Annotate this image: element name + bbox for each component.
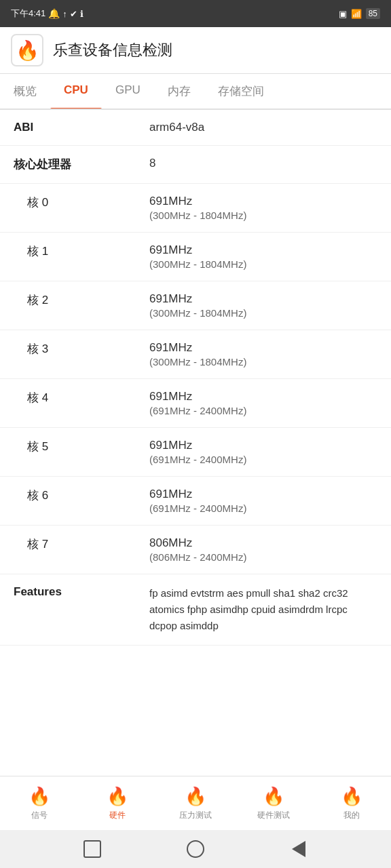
status-bar: 下午4:41 🔔 ↑ ✔ ℹ ▣ 📶 85 bbox=[0, 0, 391, 27]
app-header: 🔥 乐查设备信息检测 bbox=[0, 27, 391, 74]
nav-signal[interactable]: 🔥 信号 bbox=[0, 776, 78, 830]
tab-bar: 概览 CPU GPU 内存 存储空间 bbox=[0, 74, 391, 110]
label-core-2: 核 2 bbox=[14, 292, 149, 308]
hwtest-nav-icon: 🔥 bbox=[263, 786, 284, 807]
signal-icon: 🔔 bbox=[48, 8, 60, 19]
row-core-1: 核 1 691MHz (300MHz - 1804MHz) bbox=[0, 233, 391, 281]
tab-cpu[interactable]: CPU bbox=[50, 74, 102, 108]
app-icon: 🔥 bbox=[11, 34, 43, 66]
label-core-count: 核心处理器 bbox=[14, 157, 149, 172]
nav-hardware-label: 硬件 bbox=[109, 810, 126, 821]
label-core-0: 核 0 bbox=[14, 195, 149, 210]
nav-hwtest-label: 硬件测试 bbox=[257, 810, 290, 821]
nav-mine[interactable]: 🔥 我的 bbox=[313, 776, 391, 830]
tab-gpu[interactable]: GPU bbox=[102, 74, 154, 108]
value-core-0: 691MHz (300MHz - 1804MHz) bbox=[149, 195, 377, 221]
battery-icon: 85 bbox=[366, 8, 380, 19]
label-core-3: 核 3 bbox=[14, 341, 149, 357]
row-abi: ABI arm64-v8a bbox=[0, 110, 391, 146]
hardware-nav-icon: 🔥 bbox=[107, 786, 128, 807]
upload-icon: ↑ bbox=[62, 9, 67, 19]
value-core-4: 691MHz (691MHz - 2400MHz) bbox=[149, 390, 377, 416]
value-core-6: 691MHz (691MHz - 2400MHz) bbox=[149, 488, 377, 514]
tab-memory[interactable]: 内存 bbox=[154, 74, 204, 108]
value-core-5: 691MHz (691MHz - 2400MHz) bbox=[149, 439, 377, 465]
row-core-2: 核 2 691MHz (300MHz - 1804MHz) bbox=[0, 281, 391, 330]
nav-stress-label: 压力测试 bbox=[179, 810, 212, 821]
row-core-0: 核 0 691MHz (300MHz - 1804MHz) bbox=[0, 184, 391, 233]
bottom-nav: 🔥 信号 🔥 硬件 🔥 压力测试 🔥 硬件测试 🔥 我的 bbox=[0, 776, 391, 830]
home-bar bbox=[0, 830, 391, 868]
row-core-7: 核 7 806MHz (806MHz - 2400MHz) bbox=[0, 526, 391, 574]
row-core-5: 核 5 691MHz (691MHz - 2400MHz) bbox=[0, 428, 391, 477]
label-core-4: 核 4 bbox=[14, 390, 149, 406]
row-core-3: 核 3 691MHz (300MHz - 1804MHz) bbox=[0, 330, 391, 379]
value-core-7: 806MHz (806MHz - 2400MHz) bbox=[149, 536, 377, 563]
row-core-4: 核 4 691MHz (691MHz - 2400MHz) bbox=[0, 379, 391, 428]
label-core-7: 核 7 bbox=[14, 536, 149, 552]
label-abi: ABI bbox=[14, 121, 149, 134]
nav-stress[interactable]: 🔥 压力测试 bbox=[156, 776, 234, 830]
label-core-1: 核 1 bbox=[14, 243, 149, 259]
label-core-5: 核 5 bbox=[14, 439, 149, 454]
cpu-content: ABI arm64-v8a 核心处理器 8 核 0 691MHz (300MHz… bbox=[0, 110, 391, 776]
row-core-6: 核 6 691MHz (691MHz - 2400MHz) bbox=[0, 477, 391, 526]
app-logo-icon: 🔥 bbox=[16, 39, 39, 62]
signal-nav-icon: 🔥 bbox=[29, 786, 50, 807]
value-core-count: 8 bbox=[149, 157, 377, 170]
value-core-1: 691MHz (300MHz - 1804MHz) bbox=[149, 243, 377, 270]
recents-button[interactable] bbox=[83, 840, 102, 859]
value-core-2: 691MHz (300MHz - 1804MHz) bbox=[149, 292, 377, 319]
wifi-icon: 📶 bbox=[351, 9, 362, 19]
value-core-3: 691MHz (300MHz - 1804MHz) bbox=[149, 341, 377, 368]
tab-overview[interactable]: 概览 bbox=[0, 74, 50, 108]
stress-nav-icon: 🔥 bbox=[185, 786, 206, 807]
screen-icon: ▣ bbox=[339, 9, 347, 19]
status-left: 下午4:41 🔔 ↑ ✔ ℹ bbox=[11, 7, 83, 20]
nav-hardware[interactable]: 🔥 硬件 bbox=[78, 776, 156, 830]
check-icon: ✔ bbox=[70, 9, 77, 19]
app-title: 乐查设备信息检测 bbox=[53, 40, 172, 60]
nav-mine-label: 我的 bbox=[343, 810, 360, 821]
value-abi: arm64-v8a bbox=[149, 121, 377, 134]
label-features: Features bbox=[14, 585, 149, 599]
tab-storage[interactable]: 存储空间 bbox=[204, 74, 278, 108]
row-core-count: 核心处理器 8 bbox=[0, 146, 391, 184]
mine-nav-icon: 🔥 bbox=[341, 786, 362, 807]
home-button[interactable] bbox=[186, 840, 205, 859]
nav-signal-label: 信号 bbox=[31, 810, 48, 821]
status-right: ▣ 📶 85 bbox=[339, 8, 380, 19]
row-features: Features fp asimd evtstrm aes pmull sha1… bbox=[0, 574, 391, 646]
info-icon: ℹ bbox=[80, 9, 83, 19]
back-button[interactable] bbox=[289, 840, 308, 859]
status-time: 下午4:41 bbox=[11, 7, 45, 20]
label-core-6: 核 6 bbox=[14, 488, 149, 503]
value-features: fp asimd evtstrm aes pmull sha1 sha2 crc… bbox=[149, 585, 377, 634]
nav-hwtest[interactable]: 🔥 硬件测试 bbox=[235, 776, 313, 830]
